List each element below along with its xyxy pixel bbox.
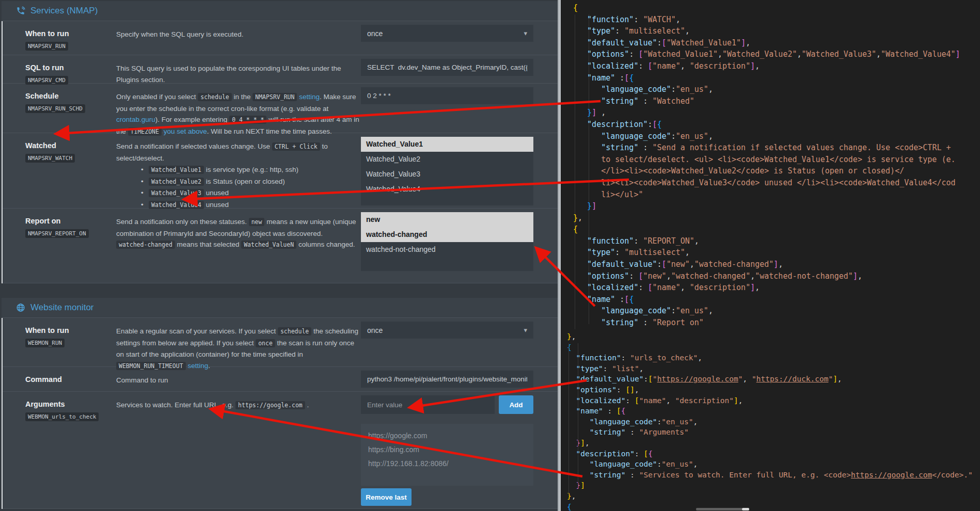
setting-row: WatchedNMAPSRV_WATCHSend a notification … [2,133,558,209]
section-header: Website monitor [2,298,558,318]
select-value: once [367,29,383,38]
code-line: }, [567,331,980,342]
list-add-row: Add [361,395,533,414]
setting-row: ArgumentsWEBMON_urls_to_checkServices to… [2,392,558,509]
multiselect[interactable]: Watched_Value1Watched_Value2Watched_Valu… [361,137,533,205]
setting-control-cell: once▾ [361,21,533,55]
code-line: "options": ["Watched_Value1","Watched_Va… [573,49,980,60]
inline-link[interactable]: crontab.guru [116,116,155,123]
inline-code-chip: Watched_Value2 [149,178,204,186]
code-line: "name" : [{ [567,406,980,417]
setting-key-badge: WEBMON_RUN [25,339,65,347]
code-line: }, [573,212,980,224]
setting-row: When to runNMAPSRV_RUNSpecify when the S… [2,21,558,55]
code-line: { [567,502,980,511]
url-list-item: https://bing.com [368,443,526,457]
code-line: "name" :[{ [573,294,980,306]
inline-code-chip: new [249,218,265,226]
remove-last-button[interactable]: Remove last [361,488,412,506]
code-line: </li><li><code>Watched_Value2</code> is … [573,165,980,177]
list-value-input[interactable] [361,395,495,414]
inline-code-chip: watched-changed [116,241,175,249]
code-line: "description": [{ [567,449,980,459]
services-nmap-section: Services (NMAP) When to runNMAPSRV_RUNSp… [2,1,558,283]
text-input[interactable] [361,371,533,388]
horizontal-scrollbar-thumb[interactable] [742,508,749,510]
inline-code-chip: https://google.com [235,401,305,409]
setting-description: This SQL query is used to populate the c… [116,55,361,83]
list-item: Watched_Value3 unused [141,187,361,199]
setting-row: When to runWEBMON_RUNEnable a regular sc… [2,318,558,367]
setting-key-badge: NMAPSRV_REPORT_ON [25,229,89,238]
code-line: "options": ["new","watched-changed","wat… [573,270,980,282]
code-line: "language_code":"en_us", [573,305,980,317]
inline-code-chip: Watched_Value4 [149,201,204,209]
setting-key-badge: NMAPSRV_RUN_SCHD [25,104,85,113]
code-line: to select/deselect. <ul> <li><code>Watch… [573,154,980,166]
code-line: "string" : "Arguments" [567,427,980,438]
select-input[interactable]: once▾ [361,25,533,42]
list-item: Watched_Value2 is Status (open or closed… [141,176,361,188]
setting-key-badge: WEBMON_urls_to_check [25,412,99,421]
setting-label: SQL to run [25,63,116,72]
select-input[interactable]: once▾ [361,322,533,339]
url-list-item: http://192.168.1.82:8086/ [368,457,526,471]
description-bullet-list: Watched_Value1 is service type (e.g.: ht… [116,164,361,211]
multiselect-option[interactable]: Watched_Value2 [361,152,533,167]
multiselect-option[interactable]: new [361,212,533,227]
json-fragment-watch: { "function": "WATCH", "type": "multisel… [561,2,980,340]
setting-label: Report on [25,216,116,226]
setting-description: Services to watch. Enter full URL, e.g. … [116,392,361,508]
code-line: "function": "urls_to_check", [567,353,980,363]
code-line: "function": "WATCH", [573,14,980,26]
setting-description: Send a notification only on these status… [116,209,361,283]
url-list[interactable]: https://google.comhttps://bing.comhttp:/… [361,424,533,486]
json-config-editor[interactable]: { "function": "WATCH", "type": "multisel… [561,0,980,511]
code-line: { [573,2,980,14]
setting-label-cell: ArgumentsWEBMON_urls_to_check [25,392,116,508]
inline-code-chip: Watched_ValueN [241,241,296,249]
setting-label: Arguments [25,400,116,409]
code-line: "description":[{ [573,119,980,131]
setting-key-badge: NMAPSRV_WATCH [25,154,75,163]
setting-label-cell: When to runNMAPSRV_RUN [25,21,116,55]
setting-description: Enable a regular scan of your services. … [116,318,361,366]
settings-panel: Services (NMAP) When to runNMAPSRV_RUNSp… [0,0,558,511]
text-input[interactable] [361,59,533,76]
multiselect-option[interactable]: watched-not-changed [361,242,533,257]
select-value: once [367,326,383,334]
setting-control-cell: Watched_Value1Watched_Value2Watched_Valu… [361,133,533,208]
code-line: }, [567,491,980,502]
multiselect-option[interactable]: Watched_Value3 [361,167,533,182]
code-line: }] [567,480,980,491]
setting-row: Report onNMAPSRV_REPORT_ONSend a notific… [2,209,558,283]
multiselect-option[interactable]: Watched_Value4 [361,182,533,197]
setting-label: Schedule [25,91,116,101]
multiselect[interactable]: newwatched-changedwatched-not-changed [361,212,533,271]
text-input[interactable] [361,87,533,104]
setting-label-cell: Command [25,367,116,391]
url-list-item: https://google.com [368,429,526,443]
code-line: "language_code":"en_us", [567,417,980,427]
setting-control-cell [361,367,533,391]
setting-control-cell [361,84,533,133]
list-item: Watched_Value1 is service type (e.g.: ht… [141,164,361,176]
multiselect-option[interactable]: watched-changed [361,227,533,242]
setting-label-cell: SQL to runNMAPSRV_CMD [25,55,116,83]
setting-description: Send a notification if selected values c… [116,133,361,208]
code-line: li></ul>" [573,189,980,201]
code-line: "type": "list", [567,363,980,374]
code-line: "options": [], [567,385,980,395]
inline-code-chip: Watched_Value3 [149,189,204,197]
code-line: "language_code":"en_us", [567,459,980,470]
setting-label-cell: WatchedNMAPSRV_WATCH [25,133,116,208]
code-line: li><li><code>Watched_Value3</code> unuse… [573,177,980,189]
code-line: { [573,223,980,235]
inline-code-chip: once [256,339,275,347]
add-button[interactable]: Add [499,395,533,414]
inline-link[interactable]: setting [299,93,320,101]
code-line: }], [567,438,980,449]
code-line: "language_code":"en_us", [573,84,980,95]
multiselect-option[interactable]: Watched_Value1 [361,137,533,152]
horizontal-scrollbar[interactable] [696,508,742,510]
